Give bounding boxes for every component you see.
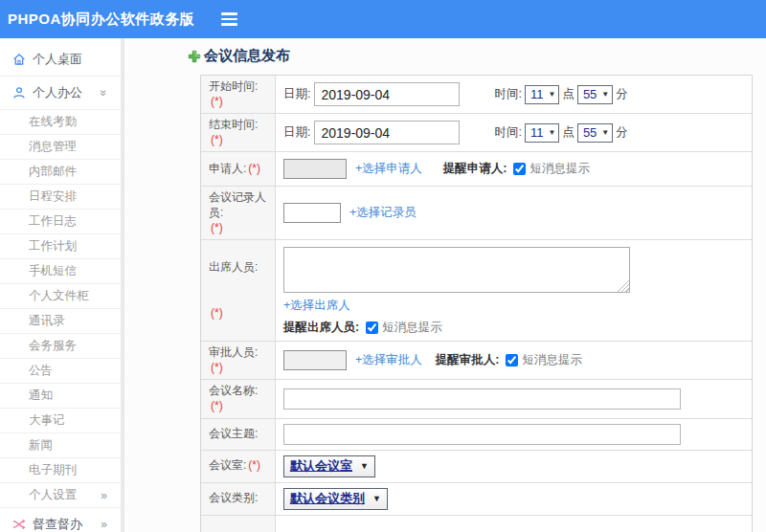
end-minute-select[interactable]: 55▼ (577, 123, 613, 143)
chevron-down-icon: ▼ (548, 90, 555, 99)
remind-applicant-label: 提醒申请人: (443, 161, 507, 177)
remind-approver-label: 提醒审批人: (436, 352, 500, 368)
sidebar-item-label: 工作日志 (29, 213, 77, 230)
end-hour-select[interactable]: 11▼ (525, 123, 559, 143)
sidebar-item-督查督办[interactable]: 督查督办» (0, 508, 121, 532)
start-date-input[interactable] (314, 82, 460, 106)
row-approver: 审批人员:(*) +选择审批人 提醒审批人: 短消息提示 (201, 341, 752, 379)
main-content: 会议信息发布 开始时间:(*) 日期: 时间: 11▼ 点 55▼ 分 结束时间… (124, 38, 766, 532)
hour-unit-label: 点 (562, 86, 574, 102)
sidebar-item-大事记[interactable]: 大事记 (0, 409, 121, 433)
required-mark: (*) (211, 399, 223, 414)
meeting-room-select[interactable]: 默认会议室▼ (283, 455, 375, 477)
row-meeting-room: 会议室:(*) 默认会议室▼ (201, 450, 752, 482)
time-label: 时间: (494, 86, 521, 102)
page-title: 会议信息发布 (188, 47, 290, 65)
sidebar-item-label: 大事记 (29, 412, 65, 429)
meeting-room-label: 会议室: (209, 458, 246, 474)
end-date-input[interactable] (314, 121, 460, 144)
menu-toggle-button[interactable] (221, 12, 237, 25)
sidebar-item-在线考勤[interactable]: 在线考勤 (0, 110, 121, 135)
sidebar-item-label: 手机短信 (29, 263, 77, 279)
pick-recorder-link[interactable]: +选择记录员 (349, 205, 417, 221)
sidebar-item-工作日志[interactable]: 工作日志 (0, 210, 121, 234)
sidebar-item-个人桌面[interactable]: 个人桌面 (0, 43, 121, 77)
hamburger-icon (221, 12, 237, 14)
sidebar-item-label: 消息管理 (29, 139, 77, 155)
sidebar-item-会务服务[interactable]: 会务服务 (0, 334, 121, 359)
sidebar-item-手机短信[interactable]: 手机短信 (0, 259, 121, 284)
pick-applicant-link[interactable]: +选择申请人 (355, 161, 422, 177)
pick-attendees-link[interactable]: +选择出席人 (283, 298, 350, 314)
chevron-right-icon: » (101, 490, 107, 501)
chevron-down-icon: » (99, 90, 110, 97)
sidebar-item-label: 个人文件柜 (29, 288, 89, 304)
add-icon (188, 50, 201, 63)
minute-unit-label: 分 (616, 86, 628, 102)
pick-approver-link[interactable]: +选择审批人 (355, 352, 422, 368)
sidebar-item-通知[interactable]: 通知 (0, 384, 121, 409)
date-label: 日期: (283, 86, 310, 102)
required-mark: (*) (211, 133, 223, 148)
recorder-input[interactable] (283, 203, 341, 223)
hour-unit-label: 点 (562, 124, 574, 141)
attendees-sms-checkbox[interactable] (366, 321, 378, 334)
sidebar-item-label: 内部邮件 (29, 164, 77, 180)
sidebar-item-label: 督查督办 (33, 516, 82, 532)
sidebar-item-个人设置[interactable]: 个人设置» (0, 483, 121, 508)
applicant-sms-checkbox[interactable] (513, 163, 526, 175)
chevron-down-icon: ▼ (601, 90, 609, 99)
chevron-down-icon: ▼ (360, 461, 369, 471)
sidebar-item-label: 工作计划 (29, 238, 77, 255)
meeting-type-label: 会议类别: (209, 491, 258, 506)
row-meeting-topic: 会议主题: (201, 418, 752, 450)
sidebar-item-电子期刊[interactable]: 电子期刊 (0, 458, 121, 483)
sms-label: 短消息提示 (382, 320, 442, 336)
start-time-label: 开始时间: (209, 79, 258, 95)
start-minute-select[interactable]: 55▼ (577, 85, 613, 104)
sidebar-item-个人文件柜[interactable]: 个人文件柜 (0, 284, 121, 309)
sidebar-item-label: 个人办公 (33, 84, 82, 101)
app-header: PHPOA协同办公软件政务版 (0, 0, 766, 38)
meeting-type-select[interactable]: 默认会议类别▼ (283, 488, 388, 510)
approver-sms-checkbox[interactable] (506, 354, 518, 366)
chevron-down-icon: ▼ (601, 128, 609, 137)
start-hour-select[interactable]: 11▼ (525, 85, 559, 104)
recorder-label: 会议记录人员: (209, 190, 271, 220)
meeting-topic-input[interactable] (283, 424, 681, 445)
row-editor: HTML↶↷BIUAABCX2X2▾66TA▾ab▾123▾▾ 自定义标题▾段落… (201, 515, 752, 532)
sidebar-item-日程安排[interactable]: 日程安排 (0, 185, 121, 210)
sidebar-item-公告[interactable]: 公告 (0, 359, 121, 384)
sidebar-item-工作计划[interactable]: 工作计划 (0, 234, 121, 259)
sidebar-item-label: 个人桌面 (33, 51, 82, 68)
sidebar-item-label: 通讯录 (29, 313, 65, 329)
sidebar-item-个人办公[interactable]: 个人办公» (0, 77, 121, 110)
sidebar-item-label: 新闻 (29, 437, 53, 454)
meeting-topic-label: 会议主题: (209, 427, 258, 442)
meeting-form: 开始时间:(*) 日期: 时间: 11▼ 点 55▼ 分 结束时间:(*) 日期… (200, 75, 753, 532)
sidebar-item-内部邮件[interactable]: 内部邮件 (0, 160, 121, 185)
row-meeting-name: 会议名称:(*) (201, 379, 752, 417)
applicant-label: 申请人: (209, 162, 246, 177)
required-mark: (*) (211, 95, 223, 110)
sidebar-item-消息管理[interactable]: 消息管理 (0, 135, 121, 160)
sidebar-item-新闻[interactable]: 新闻 (0, 433, 121, 458)
sidebar-item-通讯录[interactable]: 通讯录 (0, 309, 121, 334)
attendees-textarea[interactable] (283, 247, 630, 293)
date-label: 日期: (283, 124, 310, 141)
row-recorder: 会议记录人员:(*) +选择记录员 (201, 186, 752, 239)
user-icon (11, 86, 26, 100)
applicant-input[interactable] (283, 159, 347, 179)
time-label: 时间: (494, 124, 521, 141)
sidebar-item-label: 个人设置 (29, 487, 77, 503)
app-title: PHPOA协同办公软件政务版 (8, 11, 194, 29)
remind-attendees-label: 提醒出席人员: (283, 320, 359, 336)
approver-input[interactable] (283, 350, 347, 370)
chevron-down-icon: ▼ (372, 494, 381, 503)
required-mark: (*) (211, 306, 223, 321)
sidebar-item-label: 通知 (29, 388, 53, 404)
row-attendees: 出席人员:(*) +选择出席人 提醒出席人员: 短消息提示 (201, 239, 752, 341)
meeting-name-input[interactable] (283, 388, 681, 410)
row-end-time: 结束时间:(*) 日期: 时间: 11▼ 点 55▼ 分 (201, 113, 752, 151)
sms-label: 短消息提示 (522, 352, 582, 368)
